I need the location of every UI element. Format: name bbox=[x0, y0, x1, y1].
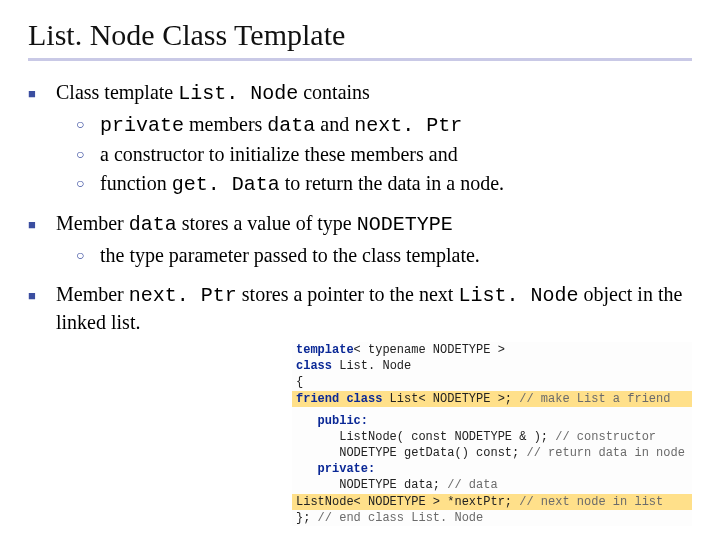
bullet-1a-text: private members data and next. Ptr bbox=[100, 111, 692, 139]
code-text: List. Node bbox=[458, 284, 578, 307]
circle-bullet-icon bbox=[76, 170, 100, 198]
code-text: private bbox=[100, 114, 184, 137]
bullet-1b: a constructor to initialize these member… bbox=[76, 141, 692, 168]
bullet-2-text: Member data stores a value of type NODET… bbox=[56, 210, 692, 238]
code-comment: // return data in node bbox=[526, 446, 684, 460]
code-text: data bbox=[129, 213, 177, 236]
text: Member bbox=[56, 212, 129, 234]
circle-bullet-icon bbox=[76, 242, 100, 269]
text: members bbox=[184, 113, 267, 135]
title-underline bbox=[28, 58, 692, 61]
text: Member bbox=[56, 283, 129, 305]
code-highlight: ListNode< NODETYPE > *nextPtr; // next n… bbox=[292, 494, 692, 510]
code-text: get. Data bbox=[172, 173, 280, 196]
bullet-3-text: Member next. Ptr stores a pointer to the… bbox=[56, 281, 692, 336]
code-comment: // data bbox=[447, 478, 497, 492]
bullet-2: Member data stores a value of type NODET… bbox=[28, 210, 692, 238]
slide: List. Node Class Template Class template… bbox=[0, 0, 720, 540]
code-comment: // next node in list bbox=[519, 495, 663, 509]
code-keyword: template bbox=[296, 343, 354, 357]
code-text: NODETYPE bbox=[357, 213, 453, 236]
slide-body: Class template List. Node contains priva… bbox=[28, 79, 692, 336]
bullet-1-text: Class template List. Node contains bbox=[56, 79, 692, 107]
code-comment: // end class List. Node bbox=[318, 511, 484, 525]
code-text: NODETYPE getData() const; bbox=[296, 446, 526, 460]
code-keyword: class bbox=[296, 359, 332, 373]
text: to return the data in a node. bbox=[280, 172, 504, 194]
square-bullet-icon bbox=[28, 281, 56, 336]
slide-title: List. Node Class Template bbox=[28, 18, 692, 52]
code-text: List. Node bbox=[332, 359, 411, 373]
bullet-1c-text: function get. Data to return the data in… bbox=[100, 170, 692, 198]
code-text: NODETYPE data; bbox=[296, 478, 447, 492]
code-text: }; bbox=[296, 511, 318, 525]
bullet-1a: private members data and next. Ptr bbox=[76, 111, 692, 139]
text: and bbox=[315, 113, 354, 135]
code-text: next. Ptr bbox=[354, 114, 462, 137]
text: stores a pointer to the next bbox=[237, 283, 459, 305]
code-text: < typename NODETYPE > bbox=[354, 343, 505, 357]
code-text: next. Ptr bbox=[129, 284, 237, 307]
code-keyword: private: bbox=[296, 462, 375, 476]
code-text: data bbox=[267, 114, 315, 137]
code-keyword: friend class bbox=[296, 392, 382, 406]
bullet-1: Class template List. Node contains bbox=[28, 79, 692, 107]
bullet-2a: the type parameter passed to the class t… bbox=[76, 242, 692, 269]
bullet-1c: function get. Data to return the data in… bbox=[76, 170, 692, 198]
circle-bullet-icon bbox=[76, 111, 100, 139]
code-comment: // constructor bbox=[555, 430, 656, 444]
bullet-2a-text: the type parameter passed to the class t… bbox=[100, 242, 692, 269]
code-text: ListNode< NODETYPE > *nextPtr; bbox=[296, 495, 519, 509]
code-highlight: friend class List< NODETYPE >; // make L… bbox=[292, 391, 692, 407]
code-snippet: template< typename NODETYPE > class List… bbox=[292, 342, 692, 526]
code-keyword: public: bbox=[296, 414, 368, 428]
text: Class template bbox=[56, 81, 178, 103]
bullet-3: Member next. Ptr stores a pointer to the… bbox=[28, 281, 692, 336]
bullet-1b-text: a constructor to initialize these member… bbox=[100, 141, 692, 168]
square-bullet-icon bbox=[28, 79, 56, 107]
code-comment: // make List a friend bbox=[519, 392, 670, 406]
circle-bullet-icon bbox=[76, 141, 100, 168]
text: contains bbox=[298, 81, 370, 103]
code-text: ListNode( const NODETYPE & ); bbox=[296, 430, 555, 444]
text: function bbox=[100, 172, 172, 194]
square-bullet-icon bbox=[28, 210, 56, 238]
text: stores a value of type bbox=[177, 212, 357, 234]
code-text: List< NODETYPE >; bbox=[382, 392, 519, 406]
code-text: List. Node bbox=[178, 82, 298, 105]
code-text: { bbox=[292, 374, 692, 390]
